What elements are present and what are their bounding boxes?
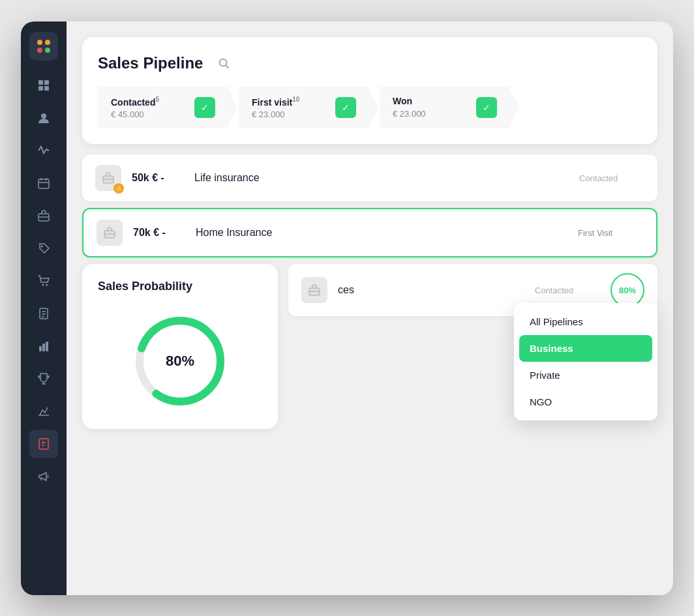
svg-point-13 (46, 284, 48, 286)
bottom-right: ces Contacted 80% All Pipelines Business… (288, 264, 657, 429)
svg-rect-24 (39, 439, 48, 449)
svg-rect-19 (42, 344, 45, 351)
stage-won[interactable]: Won € 23.000 ✓ (380, 87, 510, 129)
stage-name-1: Contacted5 (111, 96, 194, 108)
grid-icon (37, 79, 50, 92)
tag-icon (37, 242, 50, 255)
deal-stage-2: First Visit (578, 228, 643, 238)
sidebar-item-person[interactable] (29, 104, 58, 132)
search-button[interactable] (213, 53, 234, 74)
stage-amount-1: € 45.000 (111, 110, 194, 119)
stage-count-1: 5 (155, 96, 159, 103)
svg-point-4 (41, 113, 46, 119)
sidebar-item-activity[interactable] (29, 136, 58, 165)
pipeline-card: Sales Pipeline Contacted5 € 45.000 (82, 37, 657, 145)
megaphone-icon (37, 470, 50, 483)
svg-rect-3 (44, 86, 49, 91)
donut-container: 80% (98, 309, 262, 413)
stage-contacted[interactable]: Contacted5 € 45.000 ✓ (98, 87, 228, 129)
activity-icon (37, 144, 50, 157)
bottom-area: Sales Probability 80% (82, 264, 657, 429)
stage-check-1: ✓ (194, 97, 215, 118)
trophy-icon (37, 372, 50, 385)
pipeline-dropdown: All Pipelines Business Private NGO (514, 303, 657, 420)
sidebar-item-report[interactable] (29, 430, 58, 458)
search-icon (218, 57, 230, 69)
svg-line-29 (226, 65, 228, 68)
deal-name-partial: ces (338, 284, 524, 296)
cart-icon (37, 274, 50, 287)
sidebar-item-calendar[interactable] (29, 169, 58, 198)
stage-content-2: First visit10 € 23.000 (252, 96, 335, 120)
logo-dot-4 (45, 48, 50, 53)
deal-name-2: Home Insurance (196, 227, 567, 239)
sidebar-logo[interactable] (29, 32, 58, 61)
deal-amount-1: 50k € - (132, 172, 184, 184)
warning-icon-1: ⚠ (113, 183, 124, 194)
briefcase-deal-icon-2 (102, 226, 117, 240)
stage-check-3: ✓ (476, 97, 497, 118)
svg-rect-0 (38, 80, 43, 85)
deal-icon-1: ⚠ (95, 165, 121, 191)
calendar-icon (37, 177, 50, 190)
deal-icon-3 (301, 277, 327, 303)
docs-icon (37, 307, 50, 320)
stage-name-3: Won (393, 96, 476, 106)
sidebar-item-chart[interactable] (29, 332, 58, 360)
sidebar-item-megaphone[interactable] (29, 462, 58, 491)
stage-name-2: First visit10 (252, 96, 335, 108)
chart-icon (37, 340, 50, 353)
sidebar-item-briefcase[interactable] (29, 201, 58, 230)
svg-rect-20 (46, 342, 48, 351)
stage-amount-3: € 23.000 (393, 109, 476, 119)
logo-dot-1 (37, 40, 42, 45)
sidebar-item-docs[interactable] (29, 299, 58, 328)
donut-label: 80% (166, 353, 194, 370)
svg-rect-5 (38, 179, 49, 188)
pipeline-header: Sales Pipeline (98, 53, 642, 74)
stage-amount-2: € 23.000 (252, 110, 335, 119)
svg-rect-18 (39, 346, 42, 351)
pipeline-title: Sales Pipeline (98, 54, 203, 72)
sidebar-item-cart[interactable] (29, 267, 58, 295)
sidebar-item-bar-chart[interactable] (29, 397, 58, 426)
probability-card: Sales Probability 80% (82, 264, 278, 429)
dropdown-item-all[interactable]: All Pipelines (519, 308, 652, 335)
svg-point-11 (41, 245, 43, 247)
logo-dots (37, 40, 50, 53)
person-icon (37, 111, 50, 125)
logo-dot-3 (37, 48, 42, 53)
stage-check-2: ✓ (335, 97, 356, 118)
svg-rect-2 (38, 86, 43, 91)
sidebar-item-trophy[interactable] (29, 364, 58, 393)
stage-content-3: Won € 23.000 (393, 96, 476, 119)
briefcase-icon (37, 209, 50, 222)
deal-icon-2 (97, 220, 123, 246)
main-content: Sales Pipeline Contacted5 € 45.000 (67, 22, 673, 595)
percent-badge: 80% (611, 273, 644, 307)
deal-stage-3: Contacted (535, 286, 600, 295)
logo-dot-2 (45, 40, 50, 45)
briefcase-deal-icon-3 (307, 283, 322, 297)
report-icon (37, 437, 50, 450)
stage-content-1: Contacted5 € 45.000 (111, 96, 194, 120)
sidebar-item-grid[interactable] (29, 71, 58, 100)
dropdown-item-business[interactable]: Business (519, 335, 652, 362)
pipeline-stages: Contacted5 € 45.000 ✓ First visit10 € 23… (98, 87, 642, 129)
svg-rect-1 (44, 80, 49, 85)
probability-title: Sales Probability (98, 280, 192, 293)
dropdown-item-ngo[interactable]: NGO (519, 389, 652, 415)
deal-row-2[interactable]: 70k € - Home Insurance First Visit (82, 208, 657, 257)
svg-point-12 (42, 284, 44, 286)
deal-row-1[interactable]: ⚠ 50k € - Life insurance Contacted (82, 154, 657, 201)
dropdown-item-private[interactable]: Private (519, 362, 652, 389)
stage-first-visit[interactable]: First visit10 € 23.000 ✓ (239, 87, 369, 129)
app-wrapper: Sales Pipeline Contacted5 € 45.000 (21, 22, 673, 595)
briefcase-deal-icon-1 (101, 171, 115, 185)
stage-count-2: 10 (292, 96, 299, 103)
deal-amount-2: 70k € - (133, 227, 185, 239)
sidebar-item-tag[interactable] (29, 234, 58, 263)
sidebar (21, 22, 67, 595)
bar-chart-icon (37, 405, 50, 418)
deal-name-1: Life insurance (194, 172, 569, 184)
